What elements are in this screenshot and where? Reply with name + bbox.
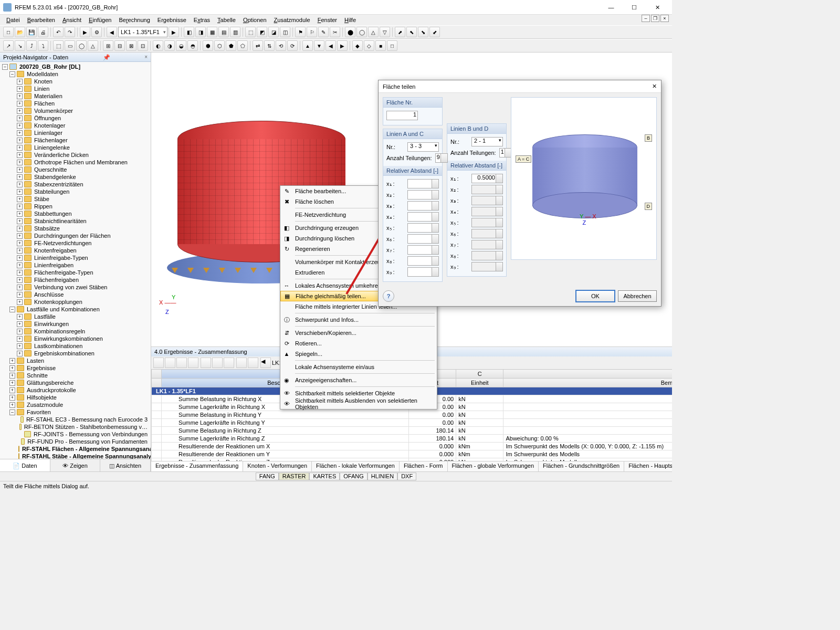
- tree-node[interactable]: +Anschlüsse: [2, 291, 149, 298]
- tree-node[interactable]: –Favoriten: [2, 408, 149, 416]
- results-tab[interactable]: Flächen - Form: [400, 461, 448, 471]
- rtb-5[interactable]: [201, 358, 211, 368]
- tb2-26[interactable]: ▼: [314, 40, 324, 51]
- rtb-1[interactable]: [153, 358, 164, 368]
- tree-node[interactable]: +Linienfreigaben: [2, 261, 149, 269]
- snap-ofang[interactable]: OFANG: [340, 472, 368, 480]
- tree-node[interactable]: +Hilfsobjekte: [2, 394, 149, 401]
- dialog-titlebar[interactable]: Fläche teilen ✕: [379, 80, 661, 93]
- tree-node[interactable]: +Öffnungen: [2, 114, 149, 122]
- navtab-zeigen[interactable]: 👁 Zeigen: [50, 459, 101, 471]
- tb2-17[interactable]: ⬢: [203, 40, 213, 51]
- tree-node[interactable]: +Querschnitte: [2, 166, 149, 173]
- tb-a4[interactable]: ▽: [380, 27, 390, 37]
- tree-node[interactable]: +Einwirkungen: [2, 320, 149, 328]
- maximize-button[interactable]: ☐: [623, 0, 646, 15]
- tb2-5[interactable]: ⬚: [53, 40, 64, 51]
- combo-nr-a[interactable]: 3 - 3: [407, 142, 439, 152]
- tb2-2[interactable]: ↘: [15, 40, 25, 51]
- tree-node[interactable]: RF-STAHL Flächen - Allgemeine Spannungsa…: [2, 445, 149, 453]
- dialog-help-button[interactable]: ?: [383, 290, 394, 302]
- tree-node[interactable]: +Materialien: [2, 92, 149, 100]
- tb2-16[interactable]: ◓: [187, 40, 198, 51]
- tree-node[interactable]: +Schnitte: [2, 372, 149, 379]
- tb-x3[interactable]: ▦: [207, 27, 217, 37]
- context-item[interactable]: ▲Spiegeln...: [280, 349, 437, 359]
- rtb-4[interactable]: [188, 358, 198, 368]
- tree-node[interactable]: +Ausdruckprotokolle: [2, 386, 149, 394]
- mdi-min[interactable]: –: [642, 15, 650, 22]
- tb-redo[interactable]: ↷: [65, 27, 75, 37]
- spin-x9[interactable]: [407, 267, 439, 277]
- tree-node[interactable]: +Stabteilungen: [2, 188, 149, 195]
- tb-b3[interactable]: ⬊: [418, 27, 428, 37]
- spin-x8[interactable]: [407, 256, 439, 266]
- table-row[interactable]: Summe Lagerkräfte in Richtung Z180.14kNA…: [152, 435, 673, 443]
- tree-node[interactable]: +Stabexzentrizitäten: [2, 181, 149, 188]
- tree-node[interactable]: +Ergebnisse: [2, 364, 149, 372]
- tree-node[interactable]: RF-JOINTS - Bemessung von Verbindungen: [2, 430, 149, 438]
- tree-node[interactable]: +Knoten: [2, 78, 149, 85]
- tree-node[interactable]: RF-BETON Stützen - Stahlbetonbemessung v…: [2, 423, 149, 430]
- tree-node[interactable]: +Liniengelenke: [2, 144, 149, 151]
- tree-node[interactable]: +Glättungsbereiche: [2, 379, 149, 386]
- rtb-2[interactable]: [165, 358, 175, 368]
- menu-berechnung[interactable]: Berechnung: [116, 16, 153, 24]
- results-tab[interactable]: Flächen - globale Verformungen: [448, 461, 539, 471]
- tb-x2[interactable]: ◨: [195, 27, 206, 37]
- tree-node[interactable]: +Flächenfreigaben: [2, 276, 149, 284]
- tree-node[interactable]: RF-FUND Pro - Bemessung von Fundamenten: [2, 438, 149, 445]
- navigator-pin-icon[interactable]: 📌: [103, 52, 110, 61]
- results-tab[interactable]: Flächen - Grundschnittgrößen: [539, 461, 624, 471]
- tb2-30[interactable]: ◇: [364, 40, 374, 51]
- rtb-7[interactable]: [224, 358, 234, 368]
- menu-extras[interactable]: Extras: [191, 16, 213, 24]
- navigator-close-icon[interactable]: ×: [144, 52, 148, 61]
- tb2-4[interactable]: ⤵: [38, 40, 48, 51]
- table-row[interactable]: Summe Belastung in Richtung Y0.00kN: [152, 411, 673, 419]
- tb-b4[interactable]: ⬋: [429, 27, 440, 37]
- rtb-6[interactable]: [212, 358, 223, 368]
- tb2-7[interactable]: ◯: [76, 40, 87, 51]
- tb-a3[interactable]: △: [368, 27, 379, 37]
- rtb-3[interactable]: [176, 358, 187, 368]
- context-item[interactable]: ⓘSchwerpunkt und Infos...: [280, 314, 437, 325]
- tree-node[interactable]: +Lastkombinationen: [2, 342, 149, 350]
- tb-next[interactable]: ▶: [169, 27, 179, 37]
- tb-y3[interactable]: ◪: [268, 27, 279, 37]
- spin-anz-a[interactable]: 9: [435, 153, 448, 163]
- tb2-14[interactable]: ◑: [164, 40, 175, 51]
- results-tab[interactable]: Knoten - Verformungen: [243, 461, 312, 471]
- tb-b1[interactable]: ⬈: [395, 27, 405, 37]
- tb2-20[interactable]: ⬠: [237, 40, 248, 51]
- tree-node[interactable]: RF-STAHL Stäbe - Allgemeine Spannungsana…: [2, 453, 149, 459]
- results-tab[interactable]: Flächen - lokale Verformungen: [312, 461, 400, 471]
- tb-c2[interactable]: ⚙: [91, 27, 102, 37]
- tree-node[interactable]: +FE-Netzverdichtungen: [2, 239, 149, 247]
- tb2-1[interactable]: ↗: [3, 40, 14, 51]
- spin-x6[interactable]: [407, 234, 439, 244]
- tb2-18[interactable]: ⬡: [214, 40, 225, 51]
- table-row[interactable]: Resultierende der Reaktionen um X0.000kN…: [152, 443, 673, 450]
- tree-node[interactable]: +Stabnichtlinearitäten: [2, 217, 149, 225]
- ok-button[interactable]: OK: [576, 290, 615, 302]
- navtab-daten[interactable]: 📄 Daten: [0, 459, 50, 471]
- tb2-27[interactable]: ◀: [326, 40, 336, 51]
- tb-open[interactable]: 📂: [15, 27, 25, 37]
- tb2-29[interactable]: ◆: [352, 40, 363, 51]
- context-item[interactable]: Lokale Achsensysteme ein/aus: [280, 362, 437, 372]
- combo-nr-b[interactable]: 2 - 1: [471, 137, 503, 146]
- mdi-close[interactable]: ×: [660, 15, 669, 22]
- rtb-9[interactable]: [248, 358, 258, 368]
- context-item[interactable]: ◉Anzeigeeigenschaften...: [280, 375, 437, 385]
- tree-node[interactable]: +Zusatzmodule: [2, 401, 149, 408]
- rtb-prev[interactable]: ◀: [260, 358, 271, 368]
- tb-z3[interactable]: ✎: [318, 27, 329, 37]
- snap-dxf[interactable]: DXF: [397, 472, 416, 480]
- spin-x7[interactable]: [407, 245, 439, 255]
- tb2-10[interactable]: ⊟: [114, 40, 125, 51]
- tree-node[interactable]: +Linienfreigabe-Typen: [2, 254, 149, 261]
- tree-node[interactable]: +Ergebniskombinationen: [2, 350, 149, 357]
- tb-z1[interactable]: ⚑: [295, 27, 306, 37]
- menu-optionen[interactable]: Optionen: [240, 16, 270, 24]
